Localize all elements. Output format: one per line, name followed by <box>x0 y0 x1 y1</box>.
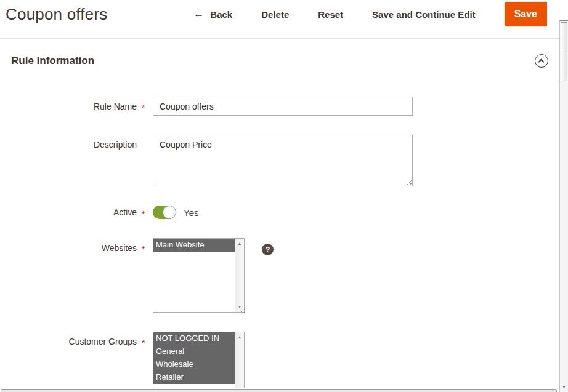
description-textarea[interactable]: Coupon Price <box>153 135 413 186</box>
active-label: Active <box>0 206 137 219</box>
back-button[interactable]: ← Back <box>193 8 232 20</box>
rule-name-input[interactable] <box>153 97 413 116</box>
save-button[interactable]: Save <box>505 2 547 26</box>
vertical-scrollbar[interactable]: ▼ <box>559 20 568 392</box>
customer-groups-option-wholesale[interactable]: Wholesale <box>153 358 235 371</box>
websites-field-row: Websites * Main Website ▲ ▼ ? <box>0 238 568 313</box>
page-header: Coupon offers ← Back Delete Reset Save a… <box>0 0 568 28</box>
page-title: Coupon offers <box>6 5 107 24</box>
horizontal-scrollbar-thumb[interactable] <box>1 389 557 392</box>
horizontal-scrollbar[interactable] <box>0 388 559 392</box>
required-marker: * <box>142 238 148 313</box>
websites-multiselect[interactable]: Main Website ▲ ▼ <box>153 238 245 313</box>
rule-information-section: Rule Information Rule Name * Description… <box>0 38 568 392</box>
required-marker-placeholder <box>142 135 148 186</box>
description-label: Description <box>0 135 137 186</box>
delete-button[interactable]: Delete <box>261 9 289 20</box>
customer-groups-multiselect[interactable]: NOT LOGGED IN General Wholesale Retailer… <box>153 332 245 392</box>
scroll-up-icon[interactable]: ▲ <box>235 334 244 340</box>
vertical-scrollbar-thumb[interactable] <box>561 22 567 81</box>
scroll-down-icon[interactable]: ▼ <box>235 304 244 310</box>
websites-label: Websites <box>0 238 137 313</box>
rule-name-label: Rule Name <box>0 97 137 116</box>
customer-groups-select-scrollbar[interactable]: ▲ <box>235 332 244 392</box>
customer-groups-field-row: Customer Groups * NOT LOGGED IN General … <box>0 332 568 392</box>
websites-option-main-website[interactable]: Main Website <box>153 239 235 252</box>
active-toggle[interactable] <box>153 206 176 219</box>
active-toggle-state: Yes <box>184 206 198 218</box>
scroll-up-icon[interactable]: ▲ <box>235 241 244 247</box>
header-actions: ← Back Delete Reset Save and Continue Ed… <box>193 2 547 26</box>
scrollbar-grip-icon <box>562 50 567 55</box>
description-field-row: Description Coupon Price <box>0 135 568 186</box>
collapse-section-button[interactable] <box>535 54 548 68</box>
chevron-up-icon <box>538 59 545 65</box>
section-title: Rule Information <box>11 55 94 67</box>
help-icon[interactable]: ? <box>262 244 274 255</box>
section-header: Rule Information <box>0 54 568 68</box>
active-field-row: Active * Yes <box>0 206 568 219</box>
websites-select-scrollbar[interactable]: ▲ ▼ <box>235 239 244 312</box>
required-marker: * <box>142 206 148 219</box>
scroll-down-icon[interactable]: ▼ <box>560 385 568 390</box>
back-button-label: Back <box>210 9 232 20</box>
customer-groups-label: Customer Groups <box>0 332 137 392</box>
toggle-knob <box>163 206 176 219</box>
customer-groups-option-general[interactable]: General <box>153 345 235 358</box>
rule-information-form: Rule Name * Description Coupon Price Act… <box>0 97 568 392</box>
customer-groups-option-not-logged-in[interactable]: NOT LOGGED IN <box>153 332 235 345</box>
customer-groups-option-retailer[interactable]: Retailer <box>153 371 235 384</box>
required-marker: * <box>142 97 148 116</box>
back-arrow-icon: ← <box>193 8 204 20</box>
reset-button[interactable]: Reset <box>318 9 343 20</box>
required-marker: * <box>142 332 148 392</box>
rule-name-field-row: Rule Name * <box>0 97 568 116</box>
save-and-continue-button[interactable]: Save and Continue Edit <box>372 9 476 20</box>
